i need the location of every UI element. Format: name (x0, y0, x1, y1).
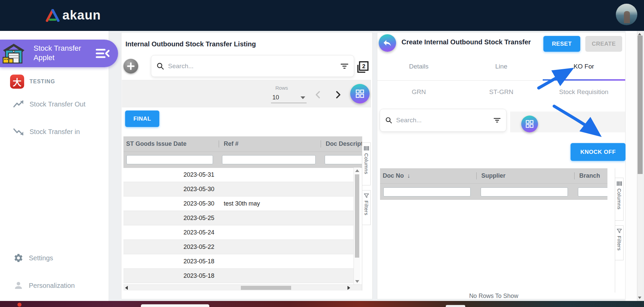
brand-logo[interactable]: akaun (46, 8, 101, 23)
back-button[interactable] (379, 34, 396, 52)
user-avatar[interactable] (616, 4, 637, 25)
pagination-bar: Rows 10 (122, 80, 371, 107)
cell-date: 2023-05-22 (123, 244, 219, 251)
column-header-st-goods-issue-date[interactable]: ST Goods Issue Date (123, 136, 219, 151)
tool-panel-tab-columns[interactable]: Columns (615, 178, 624, 221)
svg-text:2: 2 (362, 63, 365, 70)
listing-search-box (151, 55, 354, 77)
column-header-supplier[interactable]: Supplier (477, 168, 575, 183)
filter-input-doc-no[interactable] (383, 187, 471, 196)
search-icon (157, 62, 164, 70)
filter-input-ref[interactable] (222, 155, 316, 164)
sidebar-item-label: Settings (29, 254, 53, 262)
taskbar-item (446, 305, 465, 307)
columns-icon (617, 181, 622, 186)
scroll-right-arrow[interactable] (347, 286, 350, 290)
subtab-st-grn[interactable]: ST-GRN (460, 88, 543, 96)
tool-panel-tab-filters[interactable]: Filters (615, 225, 624, 260)
table-horizontal-scrollbar[interactable] (123, 284, 362, 291)
column-header-doc-description[interactable]: Doc Descript (321, 136, 362, 151)
table-row[interactable]: 2023-05-25 (123, 211, 354, 225)
table-filter-row (123, 151, 362, 168)
grid-icon (355, 89, 365, 98)
search-input[interactable] (167, 62, 337, 70)
knockoff-search-box (380, 109, 506, 132)
chevron-down-icon (301, 96, 305, 99)
tool-panel-strip: Columns Filters (615, 168, 623, 293)
table-row[interactable]: 2023-05-30test 30th may (123, 196, 354, 211)
tab-line[interactable]: Line (460, 63, 543, 70)
prev-page-icon[interactable] (314, 90, 322, 99)
sidebar-item-personalization[interactable]: Personalization (13, 280, 75, 291)
grid-icon (525, 120, 534, 128)
grid-view-button[interactable] (350, 84, 370, 103)
sidebar-item-stock-transfer-out[interactable]: Stock Transfer Out (13, 100, 86, 108)
sidebar-item-label: Stock Transfer Out (30, 100, 86, 108)
create-title: Create Internal Outbound Stock Transfer (401, 38, 531, 46)
table-viewport: 2023-05-31 2023-05-30 2023-05-30test 30t… (123, 168, 354, 284)
tool-panel-tab-columns[interactable]: Columns (362, 142, 371, 185)
grid-view-button[interactable] (521, 116, 538, 132)
add-button[interactable] (123, 59, 138, 74)
filters-funnel-icon (617, 229, 622, 233)
table-row[interactable]: 2023-05-22 (123, 240, 354, 254)
table-row[interactable]: 2023-05-30 (123, 182, 354, 196)
back-arrow-icon (383, 39, 392, 47)
filter-input-branch[interactable] (578, 187, 607, 196)
scroll-left-arrow[interactable] (125, 286, 128, 290)
cell-date: 2023-05-24 (123, 229, 219, 236)
scroll-down-arrow[interactable] (638, 297, 641, 299)
warehouse-icon (2, 42, 25, 65)
columns-icon (364, 146, 369, 151)
filter-list-icon[interactable] (340, 63, 348, 70)
table-vertical-scrollbar[interactable] (354, 168, 360, 284)
knock-off-button[interactable]: KNOCK OFF (571, 143, 626, 161)
sidebar-item-testing[interactable]: 大 TESTING (10, 75, 55, 89)
plus-icon (127, 62, 135, 70)
cell-date: 2023-05-25 (123, 215, 219, 222)
sidebar-item-stock-transfer-in[interactable]: Stock Transfer in (13, 128, 80, 136)
tab-ko-for[interactable]: KO For (542, 63, 625, 70)
table-row[interactable]: 2023-05-18 (123, 254, 354, 269)
subtab-grn[interactable]: GRN (377, 88, 460, 96)
page-scrollbar-thumb[interactable] (638, 36, 643, 174)
create-button[interactable]: CREATE (585, 36, 622, 52)
subtab-stock-requisition[interactable]: Stock Requisition (542, 88, 625, 96)
table-filter-row (380, 183, 607, 200)
search-input[interactable] (395, 116, 490, 124)
listing-panel: Internal Outbound Stock Transfer Listing (121, 32, 373, 299)
next-page-icon[interactable] (334, 90, 342, 99)
knockoff-table: Doc No ↓ Supplier Branch No Rows To Show (380, 168, 623, 293)
top-header-bar: akaun (0, 0, 644, 31)
reset-button[interactable]: RESET (543, 36, 580, 52)
table-row[interactable]: 2023-05-24 (123, 225, 354, 240)
filters-funnel-icon (364, 193, 369, 198)
menu-open-icon[interactable] (95, 47, 110, 60)
scroll-down-arrow[interactable] (355, 280, 359, 283)
tool-panel-tab-filters[interactable]: Filters (362, 190, 371, 225)
filter-list-icon[interactable] (493, 117, 501, 123)
scroll-up-arrow[interactable] (638, 33, 641, 35)
tab-details[interactable]: Details (377, 63, 460, 70)
taskbar-item (141, 304, 209, 307)
akaun-triangle-icon (46, 9, 60, 22)
sidebar-item-settings[interactable]: Settings (13, 253, 53, 263)
applet-header[interactable]: Stock Transfer Applet (0, 40, 118, 67)
scrollbar-thumb[interactable] (355, 174, 359, 258)
filter-input-doc-description[interactable] (325, 155, 362, 164)
table-row[interactable]: 2023-05-31 (123, 168, 354, 182)
scroll-up-arrow[interactable] (355, 169, 359, 172)
pages-icon[interactable]: 2 (356, 61, 369, 74)
column-header-branch[interactable]: Branch (575, 168, 607, 183)
table-row[interactable]: 2023-05-18 (123, 269, 354, 283)
filter-input-date[interactable] (126, 155, 213, 164)
final-button[interactable]: FINAL (125, 111, 159, 127)
sidebar-item-label: Personalization (29, 282, 75, 290)
person-icon (13, 280, 23, 291)
scrollbar-thumb[interactable] (241, 286, 291, 290)
rows-per-page-select[interactable]: 10 (271, 92, 307, 103)
trending-up-icon (13, 100, 24, 108)
column-header-doc-no[interactable]: Doc No ↓ (380, 168, 477, 183)
column-header-ref[interactable]: Ref # (219, 136, 321, 151)
filter-input-supplier[interactable] (481, 187, 568, 196)
